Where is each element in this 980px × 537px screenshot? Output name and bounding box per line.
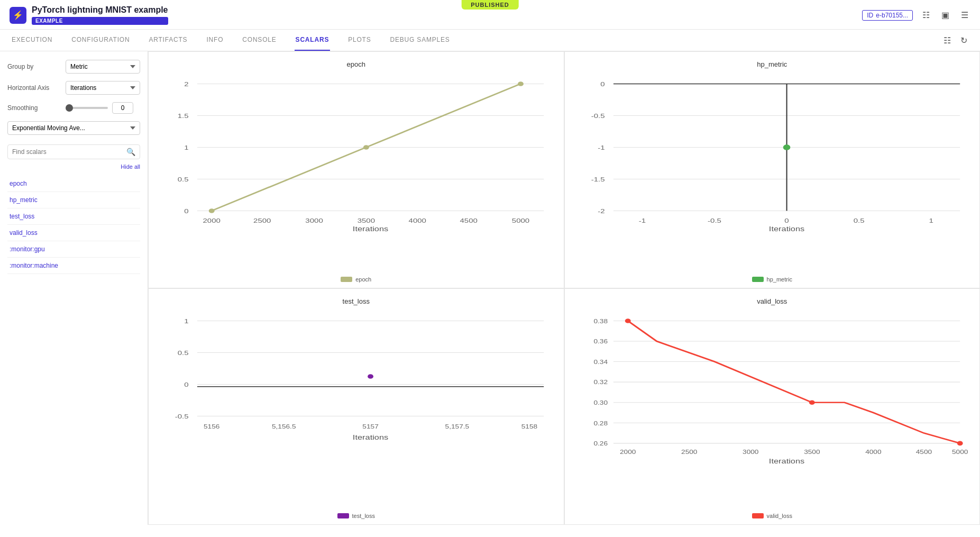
scalar-item-test-loss[interactable]: test_loss: [7, 208, 140, 225]
svg-text:1: 1: [184, 317, 188, 324]
page-title: PyTorch lightning MNIST example: [32, 5, 168, 15]
nav-tabs: EXECUTION CONFIGURATION ARTIFACTS INFO C…: [0, 30, 980, 51]
epoch-legend-color: [341, 277, 352, 282]
scalar-list: epoch hp_metric test_loss valid_loss :mo…: [7, 176, 140, 274]
svg-text:Iterations: Iterations: [353, 434, 388, 441]
layout-icon-button[interactable]: ▣: [939, 8, 951, 22]
svg-text:-1.5: -1.5: [591, 176, 605, 183]
epoch-chart-svg: 2 1.5 1 0.5 0 2000 2500 3000 3500 4000 4…: [154, 72, 558, 273]
svg-text:-0.5: -0.5: [708, 217, 721, 224]
tab-execution[interactable]: EXECUTION: [11, 30, 53, 51]
svg-text:5157: 5157: [362, 423, 379, 430]
smoothing-method-select[interactable]: Exponential Moving Ave... None: [7, 121, 140, 135]
hp-metric-chart-title: hp_metric: [757, 60, 787, 68]
test-loss-legend-label: test_loss: [352, 513, 375, 519]
svg-text:4500: 4500: [460, 217, 478, 224]
valid-loss-chart-title: valid_loss: [757, 297, 787, 305]
svg-text:1.5: 1.5: [178, 112, 189, 119]
menu-icon-button[interactable]: ☰: [959, 8, 970, 22]
svg-point-55: [368, 374, 373, 379]
scalar-item-hp-metric[interactable]: hp_metric: [7, 192, 140, 208]
published-banner: PUBLISHED: [461, 0, 519, 10]
svg-text:0.30: 0.30: [593, 399, 608, 406]
hp-metric-chart-panel: hp_metric 0 -0.5 -1 -1.5 -2 -1: [564, 51, 981, 288]
valid-loss-chart-svg: 0.38 0.36 0.34 0.32 0.30 0.28 0.26 2000 …: [570, 310, 975, 510]
tab-console[interactable]: CONSOLE: [241, 30, 277, 51]
tab-actions: ☷ ↻: [941, 33, 969, 48]
svg-text:3500: 3500: [358, 217, 375, 224]
test-loss-chart-legend: test_loss: [337, 513, 375, 519]
svg-text:1: 1: [184, 144, 188, 151]
hide-all-button[interactable]: Hide all: [121, 163, 140, 170]
hp-metric-chart-svg: 0 -0.5 -1 -1.5 -2 -1 -0.5 0 0.5 1 Iterat…: [570, 72, 975, 273]
smoothing-controls: 0: [66, 102, 140, 114]
svg-text:0.36: 0.36: [593, 338, 608, 344]
group-by-select[interactable]: Metric None: [66, 60, 140, 74]
tab-plots[interactable]: PLOTS: [347, 30, 372, 51]
main-layout: Group by Metric None Horizontal Axis Ite…: [0, 51, 980, 525]
hp-metric-legend-color: [752, 277, 764, 282]
scalar-item-valid-loss[interactable]: valid_loss: [7, 225, 140, 241]
group-by-label: Group by: [7, 63, 60, 70]
test-loss-chart-svg: 1 0.5 0 -0.5 5156 5,156.5 5157 5,157.5 5…: [154, 310, 558, 510]
svg-point-39: [783, 144, 790, 150]
svg-text:5158: 5158: [521, 423, 538, 430]
svg-text:2000: 2000: [203, 217, 221, 224]
horizontal-axis-select[interactable]: Iterations Time Epochs: [66, 81, 140, 95]
svg-text:0: 0: [600, 80, 605, 87]
svg-text:2000: 2000: [620, 449, 636, 455]
svg-text:0.38: 0.38: [593, 318, 608, 324]
search-row: 🔍: [7, 144, 140, 159]
valid-loss-chart-panel: valid_loss 0.38 0.36 0.34 0.32 0.30: [564, 288, 981, 525]
svg-text:5000: 5000: [952, 449, 968, 455]
epoch-chart-legend: epoch: [341, 276, 371, 283]
svg-text:Iterations: Iterations: [768, 225, 804, 231]
svg-text:-0.5: -0.5: [175, 413, 189, 420]
svg-text:2500: 2500: [681, 449, 698, 455]
svg-text:0: 0: [784, 217, 789, 224]
tab-info[interactable]: INFO: [205, 30, 224, 51]
svg-text:2500: 2500: [253, 217, 271, 224]
svg-text:5000: 5000: [512, 217, 529, 224]
svg-text:5156: 5156: [204, 423, 220, 430]
svg-text:-0.5: -0.5: [591, 112, 605, 119]
notes-icon-button[interactable]: ☷: [920, 8, 932, 22]
svg-text:0.28: 0.28: [593, 420, 608, 426]
svg-text:3000: 3000: [743, 449, 759, 455]
smoothing-slider[interactable]: [66, 107, 108, 109]
scalar-item-monitor-gpu[interactable]: :monitor:gpu: [7, 241, 140, 258]
search-input[interactable]: [12, 148, 126, 156]
id-label: ID: [867, 12, 873, 19]
refresh-icon-button[interactable]: ↻: [958, 33, 969, 48]
smoothing-input[interactable]: 0: [112, 102, 133, 114]
tab-artifacts[interactable]: ARTIFACTS: [148, 30, 188, 51]
svg-text:0.5: 0.5: [853, 217, 864, 224]
test-loss-chart-panel: test_loss 1 0.5 0 -0.5 5156 5,156.5 5: [148, 288, 564, 525]
smoothing-row: Smoothing 0: [7, 102, 140, 114]
valid-loss-legend-label: valid_loss: [767, 513, 792, 519]
svg-text:-1: -1: [638, 217, 645, 224]
tab-debug-samples[interactable]: DEBUG SAMPLES: [389, 30, 451, 51]
header-right: ID e-b70155... ☷ ▣ ☰: [862, 8, 970, 22]
svg-text:2: 2: [184, 80, 188, 87]
view-list-icon-button[interactable]: ☷: [941, 33, 953, 48]
smoothing-method-row: Exponential Moving Ave... None: [7, 121, 140, 135]
svg-text:4500: 4500: [915, 449, 932, 455]
svg-text:4000: 4000: [409, 217, 426, 224]
horizontal-axis-label: Horizontal Axis: [7, 84, 60, 92]
svg-point-79: [809, 400, 814, 405]
tab-scalars[interactable]: SCALARS: [295, 30, 331, 51]
scalar-item-monitor-machine[interactable]: :monitor:machine: [7, 258, 140, 274]
svg-point-80: [957, 441, 963, 445]
valid-loss-chart-legend: valid_loss: [752, 513, 792, 519]
hide-all-row: Hide all: [7, 162, 140, 170]
test-loss-chart-title: test_loss: [343, 297, 370, 305]
tab-configuration[interactable]: CONFIGURATION: [70, 30, 131, 51]
svg-text:0.5: 0.5: [178, 176, 189, 183]
hp-metric-legend-label: hp_metric: [767, 276, 792, 283]
svg-text:0.26: 0.26: [593, 440, 608, 447]
epoch-legend-label: epoch: [355, 276, 371, 283]
scalar-item-epoch[interactable]: epoch: [7, 176, 140, 192]
svg-text:0: 0: [184, 207, 188, 214]
svg-text:Iterations: Iterations: [768, 458, 804, 465]
